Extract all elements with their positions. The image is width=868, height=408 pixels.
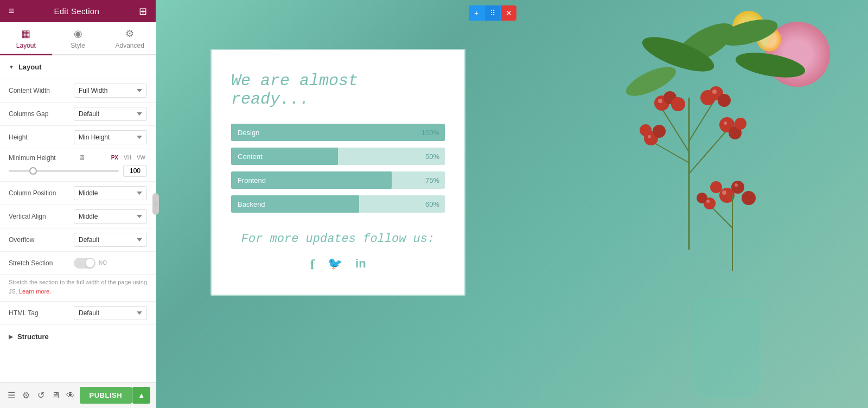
layout-section-header[interactable]: ▼ Layout: [0, 55, 156, 79]
svg-point-16: [735, 118, 746, 130]
height-row: Height Default Fit To Screen Min Height: [0, 126, 156, 149]
twitter-icon[interactable]: 🐦: [328, 257, 342, 273]
columns-gap-row: Columns Gap Default No Gap Narrow Extend…: [0, 103, 156, 126]
svg-line-1: [662, 109, 689, 152]
height-label: Height: [9, 133, 74, 141]
vertical-align-control: Top Middle Bottom: [74, 209, 147, 224]
linkedin-icon[interactable]: in: [355, 257, 366, 273]
close-button[interactable]: ✕: [501, 5, 516, 21]
min-height-input[interactable]: [123, 165, 147, 177]
overflow-label: Overflow: [9, 236, 74, 244]
svg-line-2: [689, 98, 716, 141]
stretch-section-control: NO: [74, 258, 147, 269]
overflow-row: Overflow Default Hidden: [0, 228, 156, 252]
toggle-container: NO: [74, 258, 147, 269]
structure-section-title: Structure: [17, 333, 49, 341]
learn-more-link[interactable]: Learn more.: [19, 288, 51, 295]
structure-arrow: ▶: [9, 334, 13, 340]
columns-gap-select[interactable]: Default No Gap Narrow Extended Wide: [74, 107, 147, 121]
advanced-tab-icon: ⚙: [125, 28, 134, 40]
layout-section-title: Layout: [18, 63, 42, 71]
stretch-toggle[interactable]: [74, 258, 95, 269]
publish-group: PUBLISH ▲: [80, 387, 150, 404]
columns-gap-label: Columns Gap: [9, 110, 74, 118]
html-tag-control: Default header footer main article secti…: [74, 306, 147, 320]
hamburger-icon[interactable]: ≡: [9, 5, 15, 17]
followup-text: For more updates follow us:: [231, 232, 445, 246]
unit-vw[interactable]: VW: [135, 154, 147, 161]
progress-content-label: Content: [238, 152, 263, 161]
svg-point-13: [640, 124, 652, 136]
tab-style-label: Style: [71, 42, 85, 49]
min-height-slider[interactable]: [9, 170, 119, 172]
panel-header: ≡ Edit Section ⊞: [0, 0, 156, 22]
tab-advanced[interactable]: ⚙ Advanced: [104, 22, 156, 55]
left-panel: ≡ Edit Section ⊞ ▦ Layout ◉ Style ⚙ Adva…: [0, 0, 156, 408]
progress-design-pct: 100%: [422, 129, 439, 137]
publish-arrow-button[interactable]: ▲: [132, 387, 150, 404]
tab-layout[interactable]: ▦ Layout: [0, 22, 52, 55]
publish-button[interactable]: PUBLISH: [80, 387, 132, 404]
progress-content-wrap: Content 50%: [231, 148, 445, 165]
structure-section-header[interactable]: ▶ Structure: [0, 325, 156, 348]
toggle-knob: [86, 259, 94, 267]
toggle-label: NO: [99, 260, 107, 266]
progress-backend-fill: Backend: [231, 195, 359, 213]
svg-line-4: [689, 130, 727, 174]
progress-design-wrap: Design 100%: [231, 124, 445, 141]
content-width-row: Content Width Full Width Boxed: [0, 79, 156, 103]
vertical-align-select[interactable]: Top Middle Bottom: [74, 209, 147, 224]
right-canvas: + ⠿ ✕ We are almost ready... Design 100%…: [156, 0, 868, 408]
tab-layout-label: Layout: [16, 42, 36, 49]
html-tag-label: HTML Tag: [9, 309, 74, 317]
progress-frontend: Frontend 75%: [231, 171, 445, 189]
social-icons: f 🐦 in: [231, 257, 445, 273]
monitor-device-icon[interactable]: 🖥: [50, 387, 61, 404]
berry-cluster-1: [608, 43, 770, 263]
content-card: We are almost ready... Design 100% Conte…: [210, 49, 465, 296]
floral-decoration: [488, 0, 868, 408]
add-element-button[interactable]: +: [469, 5, 484, 21]
unit-vh[interactable]: VH: [122, 154, 133, 161]
svg-point-19: [648, 135, 651, 138]
content-width-control: Full Width Boxed: [74, 84, 147, 98]
height-select[interactable]: Default Fit To Screen Min Height: [74, 130, 147, 144]
stretch-info: Stretch the section to the full width of…: [0, 275, 156, 302]
facebook-icon[interactable]: f: [310, 257, 315, 273]
progress-backend-wrap: Backend 60%: [231, 195, 445, 213]
progress-design: Design 100%: [231, 124, 445, 141]
stretch-section-row: Stretch Section NO: [0, 252, 156, 275]
svg-point-12: [653, 125, 666, 138]
progress-frontend-label: Frontend: [238, 176, 266, 184]
progress-frontend-pct: 75%: [425, 176, 439, 184]
settings-icon[interactable]: ⚙: [20, 387, 31, 404]
progress-backend: Backend 60%: [231, 195, 445, 213]
column-position-label: Column Position: [9, 189, 74, 197]
grid-icon[interactable]: ⊞: [139, 5, 147, 17]
html-tag-select[interactable]: Default header footer main article secti…: [74, 306, 147, 320]
progress-design-label: Design: [238, 129, 259, 137]
layers-icon[interactable]: ☰: [5, 387, 17, 404]
style-tab-icon: ◉: [74, 28, 82, 40]
svg-point-17: [658, 99, 662, 103]
progress-content: Content 50%: [231, 148, 445, 165]
unit-px[interactable]: PX: [110, 154, 120, 161]
panel-content: ▼ Layout Content Width Full Width Boxed …: [0, 55, 156, 382]
monitor-icon: 🖥: [78, 154, 85, 162]
column-position-control: Top Middle Bottom: [74, 186, 147, 200]
panel-resize-handle[interactable]: ⋮: [152, 193, 159, 215]
content-width-select[interactable]: Full Width Boxed: [74, 84, 147, 98]
progress-content-pct: 50%: [425, 152, 439, 161]
drag-button[interactable]: ⠿: [485, 5, 500, 21]
bottom-bar: ☰ ⚙ ↺ 🖥 👁 PUBLISH ▲: [0, 382, 156, 408]
slider-row: [9, 165, 147, 177]
svg-point-7: [671, 97, 685, 111]
undo-icon[interactable]: ↺: [35, 387, 47, 404]
tab-style[interactable]: ◉ Style: [52, 22, 104, 55]
preview-icon[interactable]: 👁: [65, 387, 76, 404]
vertical-align-label: Vertical Align: [9, 213, 74, 220]
column-position-select[interactable]: Top Middle Bottom: [74, 186, 147, 200]
overflow-select[interactable]: Default Hidden: [74, 233, 147, 247]
progress-frontend-fill: Frontend: [231, 171, 392, 189]
svg-point-18: [712, 90, 717, 94]
